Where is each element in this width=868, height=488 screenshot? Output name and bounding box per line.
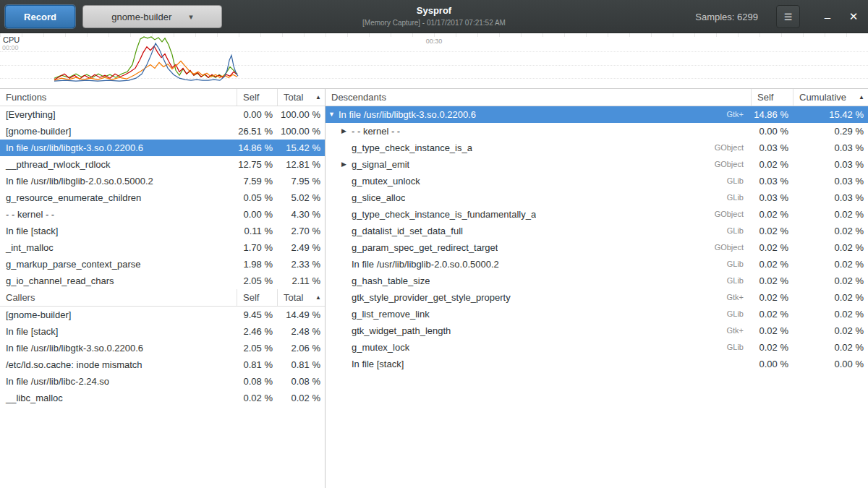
- row-function-name: gtk_style_provider_get_style_property: [352, 289, 511, 306]
- tree-row[interactable]: g_mutex_unlockGLib0.03 %0.03 %: [326, 173, 868, 189]
- tree-row[interactable]: ▶- - kernel - -0.00 %0.29 %: [326, 123, 868, 140]
- table-row[interactable]: In file /usr/lib/libgtk-3.so.0.2200.614.…: [0, 140, 325, 156]
- expander-closed-icon[interactable]: ▶: [341, 156, 352, 173]
- row-self-value: 14.86 %: [751, 106, 793, 123]
- table-row[interactable]: __pthread_rwlock_rdlock12.75 %12.81 %: [0, 156, 325, 173]
- row-total-value: 7.95 %: [277, 173, 325, 189]
- column-label: Total: [284, 289, 303, 306]
- table-row[interactable]: _int_malloc1.70 %2.49 %: [0, 239, 325, 256]
- close-button[interactable]: ✕: [842, 5, 865, 28]
- library-badge: GLib: [727, 306, 751, 322]
- row-cumulative-value: 0.02 %: [793, 206, 868, 223]
- row-cumulative-value: 0.02 %: [793, 223, 868, 239]
- row-cumulative-value: 0.29 %: [793, 123, 868, 140]
- row-function-name: In file [stack]: [0, 323, 237, 340]
- column-header-total[interactable]: Total ▲: [277, 89, 325, 106]
- tree-row[interactable]: g_mutex_lockGLib0.02 %0.02 %: [326, 339, 868, 356]
- table-row[interactable]: g_io_channel_read_chars2.05 %2.11 %: [0, 273, 325, 289]
- column-header-self[interactable]: Self: [751, 89, 793, 106]
- row-self-value: 2.05 %: [237, 340, 277, 356]
- table-row[interactable]: g_markup_parse_context_parse1.98 %2.33 %: [0, 256, 325, 273]
- table-row[interactable]: In file [stack]0.11 %2.70 %: [0, 223, 325, 239]
- row-total-value: 4.30 %: [277, 206, 325, 223]
- row-self-value: 0.02 %: [751, 273, 793, 289]
- row-cumulative-value: 0.02 %: [793, 289, 868, 306]
- cpu-series-green: [54, 37, 237, 78]
- cpu-graph[interactable]: CPU 00:00 00:30: [0, 33, 868, 89]
- row-name-cell: g_datalist_id_set_data_fullGLib: [326, 223, 751, 239]
- tree-row[interactable]: In file /usr/lib/libglib-2.0.so.0.5000.2…: [326, 256, 868, 273]
- column-header-descendants[interactable]: Descendants: [326, 89, 751, 106]
- row-self-value: 0.00 %: [751, 356, 793, 372]
- tree-row[interactable]: g_param_spec_get_redirect_targetGObject0…: [326, 239, 868, 256]
- row-function-name: In file [stack]: [352, 356, 404, 372]
- tree-row[interactable]: g_datalist_id_set_data_fullGLib0.02 %0.0…: [326, 223, 868, 239]
- tree-row[interactable]: ▶g_signal_emitGObject0.02 %0.03 %: [326, 156, 868, 173]
- row-function-name: g_datalist_id_set_data_full: [352, 223, 463, 239]
- table-row[interactable]: In file /usr/lib/libc-2.24.so0.08 %0.08 …: [0, 373, 325, 390]
- menu-button[interactable]: ☰: [776, 5, 800, 28]
- library-badge: Gtk+: [726, 106, 751, 123]
- descendants-table-header: Descendants Self Cumulative ▲: [326, 89, 868, 106]
- tree-row[interactable]: gtk_widget_path_lengthGtk+0.02 %0.02 %: [326, 322, 868, 339]
- table-row[interactable]: /etc/ld.so.cache: inode mismatch0.81 %0.…: [0, 356, 325, 373]
- column-header-self[interactable]: Self: [237, 289, 277, 306]
- table-row[interactable]: In file /usr/lib/libglib-2.0.so.0.5000.2…: [0, 173, 325, 189]
- column-header-functions[interactable]: Functions: [0, 89, 237, 106]
- table-row[interactable]: In file [stack]2.46 %2.48 %: [0, 323, 325, 340]
- row-cumulative-value: 0.03 %: [793, 189, 868, 206]
- table-row[interactable]: __libc_malloc0.02 %0.02 %: [0, 390, 325, 406]
- row-function-name: g_mutex_lock: [352, 339, 409, 356]
- table-row[interactable]: g_resource_enumerate_children0.05 %5.02 …: [0, 189, 325, 206]
- table-row[interactable]: [gnome-builder]9.45 %14.49 %: [0, 307, 325, 323]
- record-button[interactable]: Record: [5, 5, 75, 28]
- row-self-value: 1.70 %: [237, 239, 277, 256]
- row-cumulative-value: 0.02 %: [793, 273, 868, 289]
- callers-table-body: [gnome-builder]9.45 %14.49 %In file [sta…: [0, 307, 325, 406]
- tree-row[interactable]: g_type_check_instance_is_fundamentally_a…: [326, 206, 868, 223]
- row-name-cell: g_mutex_unlockGLib: [326, 173, 751, 189]
- tree-row[interactable]: ▼In file /usr/lib/libgtk-3.so.0.2200.6Gt…: [326, 106, 868, 123]
- sort-indicator-icon: ▲: [859, 89, 864, 106]
- tree-row[interactable]: In file [stack]0.00 %0.00 %: [326, 356, 868, 372]
- row-self-value: 0.03 %: [751, 189, 793, 206]
- row-self-value: 0.05 %: [237, 189, 277, 206]
- process-dropdown-label: gnome-builder: [111, 12, 171, 22]
- row-function-name: g_mutex_unlock: [352, 173, 420, 189]
- row-self-value: 0.03 %: [751, 140, 793, 156]
- tree-row[interactable]: gtk_style_provider_get_style_propertyGtk…: [326, 289, 868, 306]
- process-dropdown[interactable]: gnome-builder ▾: [82, 5, 222, 28]
- tree-row[interactable]: g_slice_allocGLib0.03 %0.03 %: [326, 189, 868, 206]
- descendants-table-body: ▼In file /usr/lib/libgtk-3.so.0.2200.6Gt…: [326, 106, 868, 372]
- tree-row[interactable]: g_type_check_instance_is_aGObject0.03 %0…: [326, 140, 868, 156]
- row-name-cell: ▶- - kernel - -: [326, 123, 751, 140]
- table-row[interactable]: In file /usr/lib/libgtk-3.so.0.2200.62.0…: [0, 340, 325, 356]
- row-total-value: 0.81 %: [277, 356, 325, 373]
- row-total-value: 15.42 %: [277, 140, 325, 156]
- column-header-cumulative[interactable]: Cumulative ▲: [793, 89, 868, 106]
- descendants-panel: Descendants Self Cumulative ▲ ▼In file /…: [326, 89, 868, 488]
- column-header-total[interactable]: Total ▲: [277, 289, 325, 306]
- row-self-value: 0.02 %: [751, 239, 793, 256]
- tree-row[interactable]: g_hash_table_sizeGLib0.02 %0.02 %: [326, 273, 868, 289]
- column-header-self[interactable]: Self: [237, 89, 277, 106]
- tree-row[interactable]: g_list_remove_linkGLib0.02 %0.02 %: [326, 306, 868, 322]
- row-self-value: 2.46 %: [237, 323, 277, 340]
- table-row[interactable]: [Everything]0.00 %100.00 %: [0, 106, 325, 123]
- library-badge: GObject: [715, 206, 751, 223]
- minimize-button[interactable]: –: [816, 5, 839, 28]
- row-self-value: 2.05 %: [237, 273, 277, 289]
- library-badge: GLib: [727, 223, 751, 239]
- table-row[interactable]: - - kernel - -0.00 %4.30 %: [0, 206, 325, 223]
- row-total-value: 0.02 %: [277, 390, 325, 406]
- expander-closed-icon[interactable]: ▶: [341, 123, 352, 140]
- table-row[interactable]: [gnome-builder]26.51 %100.00 %: [0, 123, 325, 140]
- expander-open-icon[interactable]: ▼: [328, 106, 339, 123]
- capture-subtitle: [Memory Capture] - 01/17/2017 07:21:52 A…: [231, 19, 637, 27]
- column-header-callers[interactable]: Callers: [0, 289, 237, 306]
- row-name-cell: g_hash_table_sizeGLib: [326, 273, 751, 289]
- row-total-value: 2.11 %: [277, 273, 325, 289]
- row-function-name: [gnome-builder]: [0, 307, 237, 323]
- row-self-value: 0.02 %: [751, 339, 793, 356]
- row-function-name: g_type_check_instance_is_fundamentally_a: [352, 206, 536, 223]
